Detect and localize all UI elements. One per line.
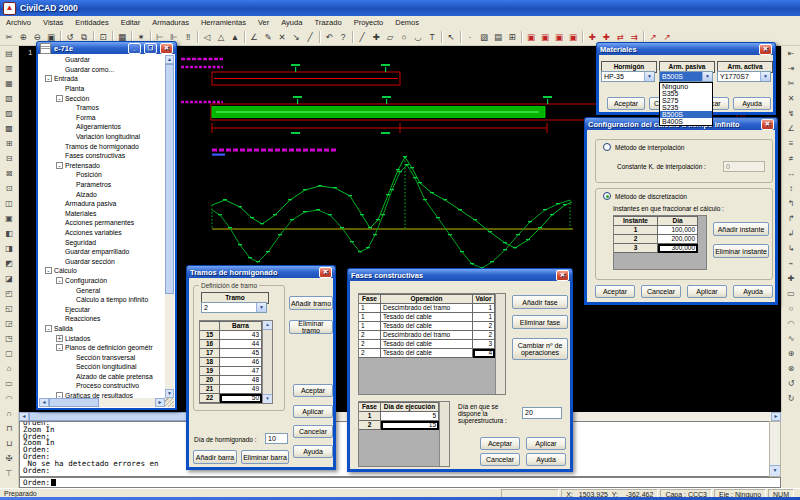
tree-expander-icon[interactable]: - bbox=[45, 267, 52, 274]
tree-item[interactable]: Guardar bbox=[39, 55, 165, 65]
tree-expander-icon[interactable]: - bbox=[56, 344, 63, 351]
menu-item[interactable]: Archivo bbox=[0, 17, 37, 29]
toolbar-icon[interactable]: ▱ bbox=[383, 30, 397, 44]
tree-item[interactable]: Posición bbox=[39, 170, 165, 180]
toolbar-icon[interactable]: ∿ bbox=[784, 331, 799, 346]
command-scrollbar[interactable]: ▼ bbox=[769, 421, 781, 477]
toolbar-icon[interactable]: ▧ bbox=[2, 91, 17, 106]
toolbar-icon[interactable]: ↕ bbox=[784, 181, 799, 196]
toolbar-icon[interactable]: T bbox=[425, 30, 439, 44]
toolbar-icon[interactable]: ▣ bbox=[2, 211, 17, 226]
barra-value-cell[interactable]: 44 bbox=[220, 340, 262, 349]
toolbar-icon[interactable]: ╱ bbox=[303, 30, 317, 44]
tramos-titlebar[interactable]: Tramos de hormigonado ✕ bbox=[186, 265, 336, 278]
table-row[interactable]: 1 Tesado del cable 2 bbox=[359, 322, 505, 331]
table-row[interactable]: 2 200,000 bbox=[614, 235, 706, 244]
tree-expander-icon[interactable]: + bbox=[56, 335, 63, 342]
tree-item[interactable]: - Cálculo bbox=[39, 266, 165, 276]
toolbar-icon[interactable]: ⊕ bbox=[784, 346, 799, 361]
resize-grip[interactable] bbox=[165, 398, 174, 407]
toolbar-icon[interactable]: ↖ bbox=[444, 30, 458, 44]
scroll-thumb[interactable] bbox=[49, 398, 99, 407]
aplicar-button[interactable]: Aplicar bbox=[293, 405, 333, 418]
anadir-instante-button[interactable]: Añadir instante bbox=[713, 222, 769, 236]
cancelar-button[interactable]: Cancelar bbox=[293, 425, 333, 438]
ayuda-button[interactable]: Ayuda bbox=[526, 453, 566, 466]
tree-item[interactable]: - Pretensado bbox=[39, 161, 165, 171]
barra-value-cell[interactable]: 43 bbox=[220, 331, 262, 340]
table-row[interactable]: 2 Tesado del cable 4 bbox=[359, 349, 505, 358]
tree-item[interactable]: Forma bbox=[39, 113, 165, 123]
toolbar-icon[interactable]: ↔ bbox=[784, 166, 799, 181]
toolbar-icon[interactable]: ◲ bbox=[2, 316, 17, 331]
toolbar-icon[interactable]: ▤ bbox=[2, 46, 17, 61]
arm-activa-combo[interactable]: Y1770S7 ▼ bbox=[717, 71, 771, 82]
toolbar-icon[interactable]: ↘ bbox=[289, 30, 303, 44]
tree-item[interactable]: Aligeramientos bbox=[39, 122, 165, 132]
menu-item[interactable]: Herramientas bbox=[195, 17, 252, 29]
aplicar-button[interactable]: Aplicar bbox=[687, 285, 727, 298]
toolbar-icon[interactable]: ∠ bbox=[247, 30, 261, 44]
tree-item[interactable]: Armadura pasiva bbox=[39, 199, 165, 209]
barra-value-cell[interactable]: 47 bbox=[220, 367, 262, 376]
tree-item[interactable]: Planta bbox=[39, 84, 165, 94]
tree-item[interactable]: Cálculo a tiempo infinito bbox=[39, 295, 165, 305]
table-scrollbar[interactable] bbox=[439, 402, 449, 466]
tree-item[interactable]: - Salida bbox=[39, 324, 165, 334]
tree-item[interactable]: Seguridad bbox=[39, 237, 165, 247]
tree-expander-icon[interactable]: - bbox=[45, 325, 52, 332]
valor-cell[interactable]: 2 bbox=[473, 322, 495, 331]
toolbar-icon[interactable]: ⇥ bbox=[784, 61, 799, 76]
dropdown-option[interactable]: B500S bbox=[660, 111, 712, 118]
close-icon[interactable]: ✕ bbox=[319, 267, 332, 278]
toolbar-icon[interactable]: ⌁ bbox=[784, 256, 799, 271]
tree-item[interactable]: Guardar sección bbox=[39, 256, 165, 266]
toolbar-icon[interactable]: ▨ bbox=[477, 30, 491, 44]
tree-item[interactable]: Reacciones bbox=[39, 314, 165, 324]
toolbar-icon[interactable]: ◠ bbox=[2, 391, 17, 406]
eliminar-fase-button[interactable]: Eliminar fase bbox=[512, 315, 568, 329]
interpolacion-radio[interactable] bbox=[603, 143, 611, 151]
toolbar-icon[interactable]: ✕ bbox=[784, 91, 799, 106]
toolbar-icon[interactable]: ▥ bbox=[2, 61, 17, 76]
toolbar-icon[interactable]: ╱ bbox=[355, 30, 369, 44]
tree-window-titlebar[interactable]: e-71e _ ❐ ✕ bbox=[36, 41, 177, 54]
toolbar-icon[interactable]: ⊤ bbox=[2, 466, 17, 481]
cancelar-button[interactable]: Cancelar bbox=[480, 453, 520, 466]
tree-item[interactable]: Materiales bbox=[39, 209, 165, 219]
dropdown-option[interactable]: S355 bbox=[660, 90, 712, 97]
toolbar-icon[interactable]: ⊠ bbox=[2, 166, 17, 181]
dia-cell[interactable]: 15 bbox=[381, 421, 439, 430]
aplicar-button[interactable]: Aplicar bbox=[526, 437, 566, 450]
toolbar-icon[interactable]: ▲ bbox=[228, 30, 242, 44]
toolbar-icon[interactable]: ▤ bbox=[491, 30, 505, 44]
dia-cell[interactable]: 100,000 bbox=[658, 226, 698, 235]
toolbar-icon[interactable]: ◪ bbox=[2, 271, 17, 286]
table-row[interactable]: 2 15 bbox=[359, 421, 449, 430]
toolbar-icon[interactable]: ↰ bbox=[784, 196, 799, 211]
close-icon[interactable]: ✕ bbox=[761, 119, 774, 130]
menu-item[interactable]: Armaduras bbox=[146, 17, 195, 29]
aceptar-button[interactable]: Aceptar bbox=[595, 285, 635, 298]
menu-item[interactable]: Trazado bbox=[308, 17, 347, 29]
scroll-down-icon[interactable]: ▼ bbox=[263, 394, 272, 403]
tree-v-scrollbar[interactable]: ▲ ▼ bbox=[165, 55, 174, 398]
superestructura-field[interactable]: 20 bbox=[522, 407, 562, 419]
tree-expander-icon[interactable]: - bbox=[56, 95, 63, 102]
menu-item[interactable]: Demos bbox=[389, 17, 425, 29]
toolbar-icon[interactable]: ▣ bbox=[552, 30, 566, 44]
toolbar-icon[interactable]: ▣ bbox=[538, 30, 552, 44]
tree-item[interactable]: Acciones permanentes bbox=[39, 218, 165, 228]
toolbar-icon[interactable]: △ bbox=[214, 30, 228, 44]
tree-item[interactable]: Alzado de cable pretensa bbox=[39, 372, 165, 382]
toolbar-icon[interactable]: ⊓ bbox=[2, 421, 17, 436]
dropdown-option[interactable]: S235 bbox=[660, 104, 712, 111]
toolbar-icon[interactable]: ⊟ bbox=[2, 151, 17, 166]
toolbar-icon[interactable]: ⊞ bbox=[505, 30, 519, 44]
fases-titlebar[interactable]: Fases constructivas ✕ bbox=[347, 268, 573, 281]
toolbar-icon[interactable]: ▨ bbox=[2, 106, 17, 121]
toolbar-icon[interactable]: ↺ bbox=[784, 376, 799, 391]
toolbar-icon[interactable]: ◳ bbox=[2, 331, 17, 346]
toolbar-icon[interactable]: ∠ bbox=[784, 121, 799, 136]
toolbar-icon[interactable]: ⊕ bbox=[16, 30, 30, 44]
